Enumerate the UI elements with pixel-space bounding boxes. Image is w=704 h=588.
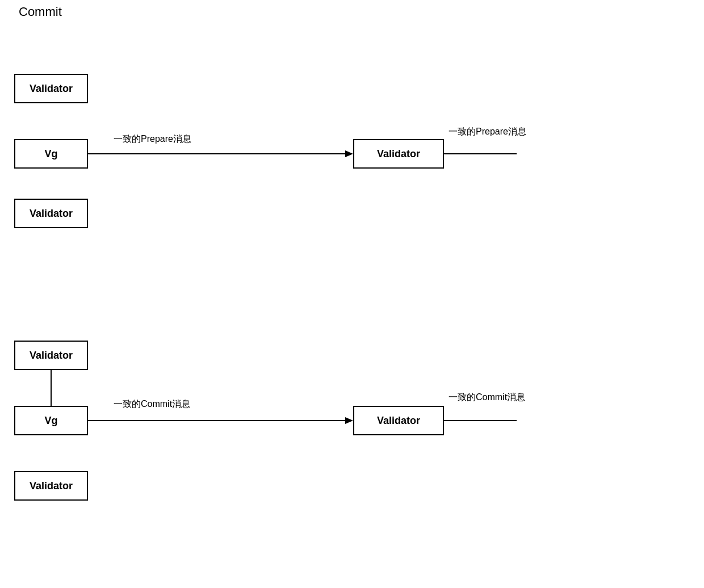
diagram-2: Validator Vg Validator Validator 一致的Comm… <box>6 306 687 545</box>
diagram1-validator-bottom: Validator <box>14 199 88 228</box>
diagram1-label-left: 一致的Prepare消息 <box>114 133 191 145</box>
diagram1-validator-top: Validator <box>14 74 88 103</box>
diagram1-label-right: 一致的Prepare消息 <box>449 126 526 138</box>
diagram2-validator-bottom: Validator <box>14 471 88 501</box>
page-title: Commit <box>19 5 62 19</box>
diagram2-vg: Vg <box>14 406 88 435</box>
diagram2-label-left: 一致的Commit消息 <box>114 398 190 410</box>
diagram1-validator-right: Validator <box>353 139 444 169</box>
diagram1-vg: Vg <box>14 139 88 169</box>
diagram-1-svg <box>6 34 687 238</box>
diagram2-label-right: 一致的Commit消息 <box>449 392 525 404</box>
diagram2-validator-right: Validator <box>353 406 444 435</box>
svg-marker-1 <box>345 150 353 157</box>
svg-marker-6 <box>345 417 353 424</box>
diagram2-validator-top: Validator <box>14 341 88 370</box>
diagram-1: Validator Vg Validator Validator 一致的Prep… <box>6 34 687 238</box>
diagram-2-svg <box>6 306 687 545</box>
